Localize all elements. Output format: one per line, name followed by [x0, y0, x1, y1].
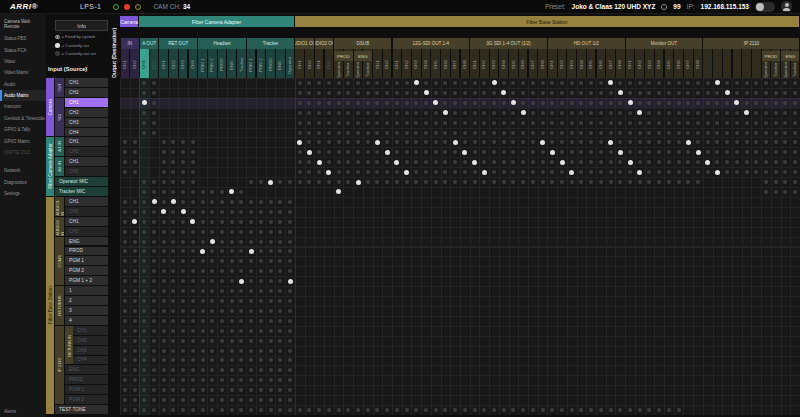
matrix-cell-dot[interactable] [162, 279, 166, 283]
matrix-cell-dot[interactable] [589, 101, 593, 105]
matrix-cell-dot[interactable] [346, 111, 350, 115]
matrix-cell-dot[interactable] [327, 91, 331, 95]
matrix-cell-dot[interactable] [473, 150, 477, 154]
matrix-cell-dot[interactable] [259, 240, 263, 244]
matrix-cell-dot[interactable] [152, 339, 156, 343]
matrix-cell-dot[interactable] [201, 259, 205, 263]
matrix-cell-dot[interactable] [531, 180, 535, 184]
matrix-cell-dot[interactable] [745, 121, 749, 125]
matrix-cell-dot[interactable] [346, 121, 350, 125]
matrix-cell-dot[interactable] [191, 319, 195, 323]
matrix-cell-dot[interactable] [414, 131, 418, 135]
matrix-cell-dot[interactable] [434, 170, 438, 174]
matrix-cell-dot[interactable] [638, 160, 642, 164]
matrix-cell-dot-set[interactable] [637, 170, 642, 175]
matrix-cell-dot[interactable] [152, 131, 156, 135]
matrix-cell-dot[interactable] [230, 240, 234, 244]
matrix-cell-dot[interactable] [230, 220, 234, 224]
matrix-cell-dot[interactable] [405, 101, 409, 105]
matrix-cell-dot[interactable] [210, 349, 214, 353]
matrix-cell-dot[interactable] [385, 111, 389, 115]
matrix-cell-dot-set[interactable] [200, 249, 205, 254]
matrix-cell-dot[interactable] [492, 131, 496, 135]
matrix-cell-dot[interactable] [541, 91, 545, 95]
matrix-cell-dot[interactable] [162, 319, 166, 323]
matrix-cell-dot[interactable] [162, 240, 166, 244]
matrix-cell-dot[interactable] [133, 398, 137, 402]
matrix-cell-dot[interactable] [249, 339, 253, 343]
matrix-cell-dot[interactable] [405, 131, 409, 135]
matrix-cell-dot[interactable] [405, 150, 409, 154]
matrix-cell-dot[interactable] [298, 91, 302, 95]
sidebar-item-gpi-o-tally[interactable]: GPI/O & Tally [0, 124, 46, 135]
matrix-cell-dot[interactable] [570, 180, 574, 184]
matrix-cell-dot[interactable] [774, 101, 778, 105]
matrix-cell-dot[interactable] [414, 111, 418, 115]
matrix-cell-dot[interactable] [249, 220, 253, 224]
matrix-cell-dot[interactable] [133, 200, 137, 204]
matrix-cell-dot[interactable] [259, 319, 263, 323]
matrix-cell-dot[interactable] [278, 230, 282, 234]
matrix-cell-dot[interactable] [191, 180, 195, 184]
matrix-cell-dot[interactable] [764, 101, 768, 105]
matrix-cell-dot[interactable] [638, 101, 642, 105]
matrix-cell-dot[interactable] [337, 101, 341, 105]
matrix-cell-dot[interactable] [201, 230, 205, 234]
matrix-cell-dot[interactable] [269, 289, 273, 293]
matrix-cell-dot[interactable] [201, 329, 205, 333]
matrix-cell-dot[interactable] [220, 220, 224, 224]
matrix-cell-dot[interactable] [201, 240, 205, 244]
matrix-cell-dot[interactable] [298, 408, 302, 412]
matrix-cell-dot[interactable] [249, 329, 253, 333]
matrix-cell-dot[interactable] [191, 408, 195, 412]
matrix-cell-dot[interactable] [201, 408, 205, 412]
matrix-cell-dot[interactable] [230, 388, 234, 392]
matrix-cell-dot[interactable] [220, 339, 224, 343]
matrix-cell-dot-set[interactable] [696, 150, 701, 155]
matrix-cell-dot[interactable] [152, 319, 156, 323]
matrix-cell-dot[interactable] [259, 299, 263, 303]
matrix-cell-dot[interactable] [356, 408, 360, 412]
matrix-cell-dot[interactable] [210, 230, 214, 234]
matrix-cell-dot[interactable] [628, 131, 632, 135]
matrix-cell-dot[interactable] [298, 101, 302, 105]
matrix-cell-dot[interactable] [414, 121, 418, 125]
matrix-cell-dot[interactable] [133, 160, 137, 164]
matrix-cell-dot[interactable] [502, 121, 506, 125]
matrix-cell-dot[interactable] [162, 299, 166, 303]
matrix-cell-dot[interactable] [677, 121, 681, 125]
sidebar-item-video[interactable]: Video [0, 56, 46, 67]
matrix-cell-dot[interactable] [677, 81, 681, 85]
matrix-cell-dot[interactable] [570, 408, 574, 412]
matrix-cell-dot[interactable] [133, 279, 137, 283]
matrix-cell-dot[interactable] [774, 81, 778, 85]
matrix-cell-dot[interactable] [191, 200, 195, 204]
matrix-cell-dot[interactable] [667, 408, 671, 412]
sidebar-item-audio-matrix[interactable]: Audio Matrix [0, 90, 46, 101]
matrix-cell-dot-set[interactable] [540, 140, 545, 145]
matrix-cell-dot[interactable] [745, 101, 749, 105]
matrix-cell-dot[interactable] [628, 111, 632, 115]
matrix-cell-dot[interactable] [638, 408, 642, 412]
matrix-cell-dot[interactable] [201, 398, 205, 402]
matrix-cell-dot[interactable] [327, 111, 331, 115]
matrix-cell-dot[interactable] [667, 180, 671, 184]
matrix-cell-dot[interactable] [278, 240, 282, 244]
matrix-cell-dot[interactable] [473, 131, 477, 135]
matrix-cell-dot[interactable] [541, 408, 545, 412]
matrix-cell-dot[interactable] [492, 101, 496, 105]
matrix-cell-dot[interactable] [482, 111, 486, 115]
matrix-cell-dot[interactable] [366, 81, 370, 85]
matrix-cell-dot[interactable] [473, 111, 477, 115]
matrix-cell-dot[interactable] [191, 398, 195, 402]
matrix-cell-dot[interactable] [385, 131, 389, 135]
matrix-cell-dot[interactable] [764, 111, 768, 115]
matrix-cell-dot[interactable] [142, 121, 146, 125]
matrix-cell-dot[interactable] [317, 101, 321, 105]
matrix-cell-dot[interactable] [366, 160, 370, 164]
matrix-cell-dot[interactable] [560, 111, 564, 115]
matrix-cell-dot-set[interactable] [550, 150, 555, 155]
matrix-cell-dot[interactable] [220, 329, 224, 333]
matrix-cell-dot[interactable] [657, 121, 661, 125]
matrix-cell-dot[interactable] [220, 309, 224, 313]
